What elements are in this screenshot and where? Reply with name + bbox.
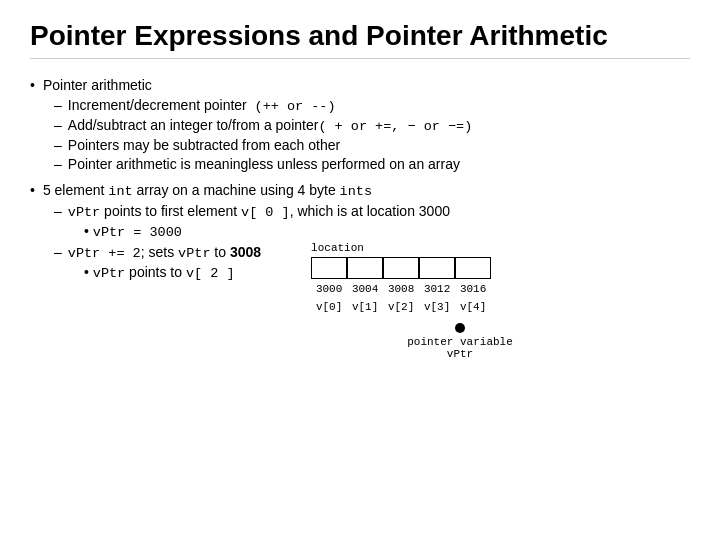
vptr-points-v2: • vPtr points to v[ 2 ]	[84, 264, 261, 281]
diagram-location-label: location	[311, 242, 491, 254]
vptr-line2: – vPtr += 2; sets vPtr to 3008	[54, 244, 261, 261]
sub-item-1-2: – Add/subtract an integer to/from a poin…	[54, 117, 690, 134]
diagram-index-labels: v[0] v[1] v[2] v[3] v[4]	[311, 301, 491, 313]
bullet-main-label-1: Pointer arithmetic	[43, 77, 152, 93]
vptr-sub-list: – vPtr points to first element v[ 0 ], w…	[54, 203, 690, 313]
loc-3: 3012	[419, 283, 455, 295]
memory-diagram: location 3000 3004 3008 3012 3016	[311, 242, 491, 313]
loc-4: 3016	[455, 283, 491, 295]
loc-1: 3004	[347, 283, 383, 295]
diagram-location-numbers: 3000 3004 3008 3012 3016	[311, 283, 491, 295]
sub-label-1-4: Pointer arithmetic is meaningless unless…	[68, 156, 460, 172]
sub-item-1-1: – Increment/decrement pointer (++ or --)	[54, 97, 690, 114]
sub-item-1-4: – Pointer arithmetic is meaningless unle…	[54, 156, 690, 172]
pointer-dot-indicator	[455, 323, 465, 333]
sub-label-1-3: Pointers may be subtracted from each oth…	[68, 137, 340, 153]
content-area: • Pointer arithmetic – Increment/decreme…	[30, 77, 690, 360]
loc-0: 3000	[311, 283, 347, 295]
bullet-int-array: • 5 element int array on a machine using…	[30, 182, 690, 313]
bullet-pointer-arithmetic: • Pointer arithmetic – Increment/decreme…	[30, 77, 690, 172]
pointer-variable-label: pointer variable	[407, 336, 513, 348]
sub-list-1: – Increment/decrement pointer (++ or --)…	[54, 97, 690, 172]
cell-3008	[383, 257, 419, 279]
vptr-value: • vPtr = 3000	[84, 223, 690, 240]
cell-3004	[347, 257, 383, 279]
cell-3016	[455, 257, 491, 279]
idx-3: v[3]	[419, 301, 455, 313]
idx-2: v[2]	[383, 301, 419, 313]
bullet-dot-1: •	[30, 77, 35, 93]
vptr-line1: – vPtr points to first element v[ 0 ], w…	[54, 203, 690, 220]
cell-3000	[311, 257, 347, 279]
bullet-dot-2: •	[30, 182, 35, 198]
pointer-variable-name: vPtr	[447, 348, 473, 360]
idx-1: v[1]	[347, 301, 383, 313]
loc-2: 3008	[383, 283, 419, 295]
page-title: Pointer Expressions and Pointer Arithmet…	[30, 20, 690, 59]
idx-4: v[4]	[455, 301, 491, 313]
diagram-cells	[311, 257, 491, 279]
sub-item-1-3: – Pointers may be subtracted from each o…	[54, 137, 690, 153]
vptr-increment-section: – vPtr += 2; sets vPtr to 3008 • vPtr po…	[54, 244, 261, 283]
pointer-variable-section: pointer variable vPtr	[230, 323, 690, 360]
idx-0: v[0]	[311, 301, 347, 313]
cell-3012	[419, 257, 455, 279]
